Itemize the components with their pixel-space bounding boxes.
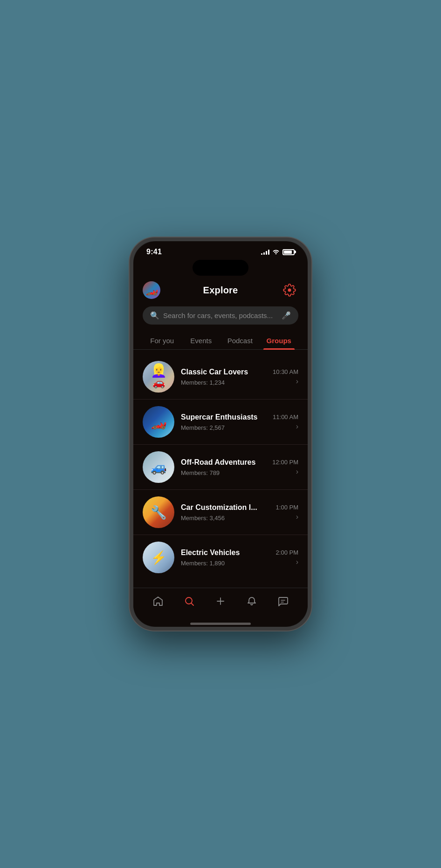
bell-icon <box>246 596 257 610</box>
group-info-5: Electric Vehicles Members: 1,890 <box>181 548 269 567</box>
group-avatar-4 <box>143 496 174 528</box>
search-icon: 🔍 <box>150 311 159 320</box>
group-right-3: 12:00 PM › <box>272 459 298 476</box>
home-indicator <box>190 623 251 625</box>
group-name-5: Electric Vehicles <box>181 548 269 558</box>
group-item-5[interactable]: Electric Vehicles Members: 1,890 2:00 PM… <box>133 535 308 580</box>
group-time-1: 10:30 AM <box>273 368 298 375</box>
signal-bar-3 <box>266 251 267 255</box>
bottom-nav <box>133 588 308 619</box>
nav-messages[interactable] <box>270 594 296 611</box>
nav-search[interactable] <box>176 594 202 611</box>
chevron-right-icon-5: › <box>296 558 298 566</box>
group-avatar-1 <box>143 361 174 393</box>
group-item-4[interactable]: Car Customization I... Members: 3,456 1:… <box>133 490 308 535</box>
group-item-1[interactable]: Classic Car Lovers Members: 1,234 10:30 … <box>133 354 308 400</box>
wifi-icon <box>272 249 280 256</box>
status-icons <box>261 249 295 256</box>
search-input[interactable]: Search for cars, events, podcasts... <box>163 312 278 319</box>
battery-icon <box>283 249 295 255</box>
home-icon <box>152 596 164 610</box>
group-time-5: 2:00 PM <box>276 549 298 556</box>
group-right-4: 1:00 PM › <box>276 504 298 521</box>
group-members-2: Members: 2,567 <box>181 424 266 431</box>
signal-bar-4 <box>268 250 269 255</box>
tabs-bar: For you Events Podcast Groups <box>133 332 308 350</box>
group-name-4: Car Customization I... <box>181 503 269 513</box>
group-name-3: Off-Road Adventures <box>181 458 266 468</box>
microphone-icon[interactable]: 🎤 <box>282 311 291 320</box>
group-info-1: Classic Car Lovers Members: 1,234 <box>181 367 266 386</box>
add-icon <box>215 596 226 610</box>
group-time-4: 1:00 PM <box>276 504 298 511</box>
group-members-5: Members: 1,890 <box>181 560 269 567</box>
chevron-right-icon-2: › <box>296 422 298 431</box>
group-members-1: Members: 1,234 <box>181 379 266 386</box>
status-time: 9:41 <box>146 248 162 256</box>
signal-bars-icon <box>261 249 269 255</box>
groups-list: Classic Car Lovers Members: 1,234 10:30 … <box>133 351 308 588</box>
group-info-3: Off-Road Adventures Members: 789 <box>181 458 266 476</box>
nav-add[interactable] <box>207 594 234 611</box>
nav-home[interactable] <box>145 594 171 611</box>
group-info-4: Car Customization I... Members: 3,456 <box>181 503 269 522</box>
group-name-2: Supercar Enthusiasts <box>181 413 266 422</box>
search-bar[interactable]: 🔍 Search for cars, events, podcasts... 🎤 <box>143 306 298 325</box>
chat-icon <box>277 596 289 610</box>
tab-events[interactable]: Events <box>182 332 221 349</box>
page-title: Explore <box>203 285 238 296</box>
app-header: 🏎️ Explore <box>133 278 308 305</box>
search-nav-icon <box>184 596 195 610</box>
group-right-2: 11:00 AM › <box>273 414 298 431</box>
dynamic-island <box>193 260 248 276</box>
group-right-1: 10:30 AM › <box>273 368 298 386</box>
signal-bar-2 <box>263 252 265 255</box>
tab-for-you[interactable]: For you <box>143 332 182 349</box>
group-item-2[interactable]: Supercar Enthusiasts Members: 2,567 11:0… <box>133 400 308 445</box>
group-item-3[interactable]: Off-Road Adventures Members: 789 12:00 P… <box>133 445 308 490</box>
chevron-right-icon-3: › <box>296 468 298 476</box>
tab-groups[interactable]: Groups <box>260 332 299 349</box>
nav-notifications[interactable] <box>239 594 265 611</box>
group-right-5: 2:00 PM › <box>276 549 298 566</box>
group-time-3: 12:00 PM <box>272 459 298 466</box>
avatar[interactable]: 🏎️ <box>143 281 160 299</box>
group-name-1: Classic Car Lovers <box>181 367 266 377</box>
group-info-2: Supercar Enthusiasts Members: 2,567 <box>181 413 266 431</box>
group-avatar-2 <box>143 406 174 438</box>
chevron-right-icon-4: › <box>296 513 298 521</box>
chevron-right-icon-1: › <box>296 377 298 386</box>
svg-line-1 <box>192 604 194 606</box>
status-bar: 9:41 <box>133 241 308 260</box>
group-members-4: Members: 3,456 <box>181 515 269 522</box>
group-time-2: 11:00 AM <box>273 414 298 420</box>
group-members-3: Members: 789 <box>181 469 266 476</box>
group-avatar-3 <box>143 451 174 483</box>
settings-button[interactable] <box>281 281 298 299</box>
group-avatar-5 <box>143 542 174 573</box>
tab-podcast[interactable]: Podcast <box>220 332 260 349</box>
signal-bar-1 <box>261 253 262 255</box>
